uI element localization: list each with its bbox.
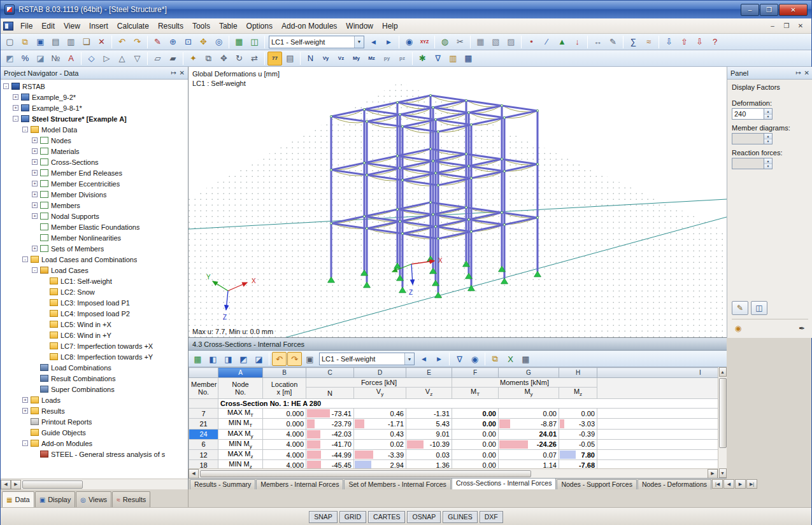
previous-load-case-icon[interactable]: ◀ [366, 35, 381, 49]
tree-item[interactable]: +Nodes [1, 135, 188, 146]
deformation-input[interactable]: 240▲▼ [732, 108, 773, 120]
expand-icon[interactable]: + [13, 105, 18, 111]
result-vz-icon[interactable]: Vz [334, 52, 348, 66]
menu-file[interactable]: File [16, 20, 37, 32]
navigator-tab-results[interactable]: ≈Results [112, 491, 150, 507]
result-pz-icon[interactable]: pz [395, 52, 410, 66]
spin-up-icon[interactable]: ▲ [764, 109, 772, 115]
filter-members-icon[interactable]: ✒ [795, 323, 808, 334]
value-cell[interactable]: -0.05 [559, 439, 597, 449]
spin-down-icon[interactable]: ▼ [764, 139, 772, 144]
value-cell[interactable]: -41.70 [306, 439, 354, 449]
table-settings-icon[interactable]: ▣ [303, 352, 317, 366]
goto-first-table-icon[interactable]: ◧ [206, 352, 220, 366]
dimension-icon[interactable]: ↔ [590, 35, 605, 49]
value-cell[interactable]: -3.03 [559, 419, 597, 429]
tree-item[interactable]: +Member End Releases [1, 167, 188, 178]
axes-xyz-icon[interactable]: XYZ [417, 35, 432, 49]
menu-add-on-modules[interactable]: Add-on Modules [277, 20, 341, 32]
results-values-icon[interactable]: ▤ [283, 52, 297, 66]
first-table-tab-icon[interactable]: |◀ [712, 479, 723, 489]
value-cell[interactable]: 0.46 [354, 409, 406, 419]
comment-icon[interactable]: ✎ [606, 35, 620, 49]
value-cell[interactable]: 0.07 [499, 449, 559, 459]
value-cell[interactable]: -3.39 [354, 449, 406, 459]
column-letter-I[interactable]: I [597, 368, 727, 378]
menu-results[interactable]: Results [153, 20, 188, 32]
expand-icon[interactable]: + [32, 213, 38, 219]
expand-icon[interactable]: + [32, 159, 38, 165]
grid-icon[interactable]: ▦ [473, 35, 488, 49]
member-no-cell[interactable]: 21 [189, 419, 218, 429]
minimize-button[interactable]: – [741, 4, 759, 16]
spin-up-icon[interactable]: ▲ [764, 134, 772, 139]
scrollbar-thumb[interactable] [719, 378, 727, 448]
mdi-close-button[interactable]: ✕ [795, 21, 806, 31]
redo-icon[interactable]: ↷ [130, 35, 145, 49]
node-criterion-cell[interactable]: MAX Mz [218, 449, 263, 459]
value-cell[interactable]: 0.00 [452, 409, 499, 419]
scrollbar-thumb[interactable] [200, 470, 531, 477]
menu-insert[interactable]: Insert [85, 20, 113, 32]
show-results-icon[interactable]: ≈ [641, 35, 656, 49]
value-cell[interactable]: 0.00 [559, 409, 597, 419]
table-tab-results-summary[interactable]: Results - Summary [190, 479, 255, 489]
spinner[interactable]: ▲▼ [764, 109, 772, 119]
menu-view[interactable]: View [59, 20, 85, 32]
status-toggle-snap[interactable]: SNAP [309, 511, 338, 523]
calculator-icon[interactable]: ▦ [518, 352, 533, 366]
tree-item[interactable]: LC2: Snow [1, 286, 188, 297]
full-view-icon[interactable]: ◎ [211, 35, 226, 49]
tree-item[interactable]: +Members [1, 200, 188, 211]
navigator-tab-data[interactable]: ▦Data [2, 491, 34, 507]
tree-item[interactable]: LC5: Wind in +X [1, 319, 188, 330]
prev-table-tab-icon[interactable]: ◀ [723, 479, 734, 489]
value-cell[interactable]: -0.39 [559, 429, 597, 439]
menu-calculate[interactable]: Calculate [113, 20, 153, 32]
column-letter-A[interactable]: A [218, 368, 263, 378]
status-toggle-glines[interactable]: GLINES [443, 511, 478, 523]
value-cell[interactable]: 0.00 [499, 409, 559, 419]
expand-icon[interactable]: + [32, 202, 38, 208]
table-tab-cross-sections-internal-forces[interactable]: Cross-Sections - Internal Forces [452, 478, 557, 489]
import-icon[interactable]: ⇩ [662, 35, 676, 49]
result-my-icon[interactable]: My [349, 52, 364, 66]
value-cell[interactable]: -1.31 [406, 409, 452, 419]
result-vy-icon[interactable]: Vy [318, 52, 333, 66]
expand-icon[interactable]: + [32, 181, 38, 186]
tree-item[interactable]: Printout Reports [1, 416, 188, 427]
scroll-down-icon[interactable]: ▼ [719, 468, 727, 478]
edit-member-icon[interactable]: ✎ [150, 35, 165, 49]
zoom-in-icon[interactable]: ⊕ [166, 35, 180, 49]
scroll-up-icon[interactable]: ▲ [719, 367, 727, 377]
export-icon[interactable]: ⇧ [677, 35, 692, 49]
member-no-cell[interactable]: 6 [189, 439, 218, 449]
tree-item[interactable]: LC7: Imperfection towards +X [1, 340, 188, 351]
value-cell[interactable]: -44.99 [306, 449, 354, 459]
column-letter-B[interactable]: B [263, 368, 306, 378]
tree-item[interactable]: LC8: Imperfection towards +Y [1, 351, 188, 362]
collapse-icon[interactable]: - [32, 267, 38, 273]
result-details-icon[interactable]: ◉ [467, 352, 482, 366]
excel-export-icon[interactable]: X [503, 352, 518, 366]
edit-display-factors-button[interactable]: ✎ [732, 301, 748, 315]
spinner[interactable]: ▲▼ [764, 134, 772, 144]
table-tab-nodes-support-forces[interactable]: Nodes - Support Forces [557, 479, 636, 489]
expand-icon[interactable]: + [13, 94, 18, 100]
export-table-icon[interactable]: ⧉ [488, 352, 502, 366]
panel-options-button[interactable]: ◫ [751, 301, 767, 315]
node-criterion-cell[interactable]: MIN MT [218, 419, 263, 429]
pin-icon[interactable]: ↧ [795, 70, 802, 75]
text-display-icon[interactable]: A [64, 52, 78, 66]
table-vscrollbar[interactable]: ▲ ▼ [718, 367, 727, 478]
tree-item[interactable]: +Member Eccentricities [1, 178, 188, 189]
print-preview-icon[interactable]: ▥ [64, 35, 78, 49]
addon-modules-icon[interactable]: ⇩ [692, 35, 707, 49]
animation-icon[interactable]: ✱ [415, 52, 430, 66]
navigator-hscrollbar[interactable]: ◀ ▶ [1, 479, 188, 489]
tree-item[interactable]: +Member Divisions [1, 189, 188, 200]
render-settings-icon[interactable]: ◉ [732, 323, 744, 334]
display-percent-icon[interactable]: % [18, 52, 32, 66]
generate-model-icon[interactable]: ✦ [186, 52, 201, 66]
close-icon[interactable]: ✕ [804, 69, 809, 76]
